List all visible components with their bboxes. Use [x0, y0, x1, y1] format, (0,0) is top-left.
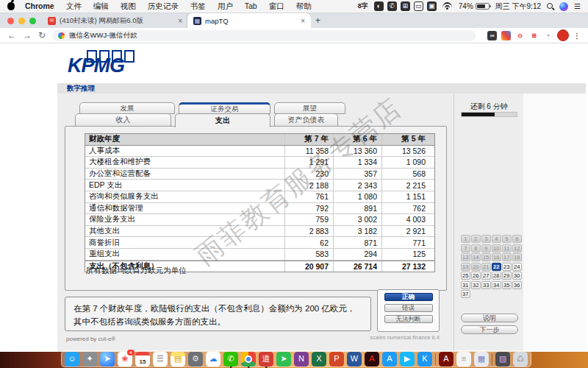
- window-zoom-button[interactable]: [29, 18, 36, 24]
- menu-bar-clock[interactable]: 周三 下午9:12: [495, 1, 541, 12]
- instructions-button[interactable]: 说明: [461, 314, 518, 322]
- battery-indicator[interactable]: 74%: [459, 2, 490, 10]
- sunglasses-extension-icon[interactable]: ∞: [487, 31, 497, 40]
- apple-menu-icon[interactable]: [7, 2, 15, 10]
- reload-button[interactable]: ↻: [38, 31, 46, 40]
- tab-close-icon[interactable]: ×: [301, 17, 305, 25]
- question-number-cell[interactable]: 11: [502, 244, 512, 252]
- launchpad-dock-icon[interactable]: ✦: [82, 352, 97, 367]
- system-preferences-dock-icon[interactable]: ⚙: [188, 352, 203, 367]
- menu-item[interactable]: 帮助: [290, 1, 318, 12]
- photos-extension-icon[interactable]: [501, 31, 511, 40]
- menu-item[interactable]: 视图: [115, 1, 142, 12]
- wechat-dock-icon[interactable]: ✆: [223, 352, 238, 367]
- phone-status-icon[interactable]: ✆: [387, 1, 397, 11]
- trash-dock-icon[interactable]: ♺: [513, 352, 528, 367]
- question-number-cell[interactable]: 22: [492, 263, 501, 271]
- reminders-dock-icon[interactable]: ☰: [153, 352, 168, 367]
- question-number-cell[interactable]: 23: [502, 263, 512, 271]
- sheet-tab[interactable]: 资产负债表: [274, 113, 338, 127]
- question-number-cell[interactable]: 37: [461, 290, 470, 298]
- media-folder-dock-icon[interactable]: ▨: [495, 352, 510, 367]
- question-number-cell[interactable]: 5: [502, 235, 512, 243]
- question-number-cell[interactable]: 8: [471, 244, 481, 252]
- onenote-dock-icon[interactable]: N: [294, 352, 309, 367]
- question-number-cell[interactable]: 17: [502, 253, 512, 261]
- question-number-cell[interactable]: 12: [512, 244, 522, 252]
- calendar-dock-icon[interactable]: 15: [135, 352, 150, 367]
- question-number-cell[interactable]: 21: [481, 263, 491, 271]
- chrome-dock-icon[interactable]: [241, 352, 256, 367]
- question-number-cell[interactable]: 9: [481, 244, 491, 252]
- red-grid-extension-icon[interactable]: ⊞: [529, 31, 539, 40]
- grid-status-icon[interactable]: ⊞: [401, 1, 410, 11]
- menu-item[interactable]: Chrome: [19, 1, 60, 12]
- answer-button[interactable]: 正确: [384, 293, 433, 301]
- address-bar[interactable]: 微信名WWJ-微信付款: [52, 30, 476, 41]
- images-folder-dock-icon[interactable]: ▦: [474, 352, 489, 367]
- question-number-cell[interactable]: 24: [512, 263, 522, 271]
- question-number-cell[interactable]: 33: [481, 281, 491, 289]
- answer-button[interactable]: 无法判断: [384, 315, 433, 323]
- menu-item[interactable]: 文件: [60, 1, 87, 12]
- powerpoint-dock-icon[interactable]: P: [329, 352, 344, 367]
- question-number-cell[interactable]: 14: [471, 253, 481, 261]
- browser-menu-icon[interactable]: ⋮: [573, 32, 581, 40]
- spotlight-search-icon[interactable]: [547, 3, 553, 10]
- wifi-icon[interactable]: [442, 2, 453, 10]
- category-tab[interactable]: 证券交易: [179, 102, 270, 114]
- pdf-document-dock-icon[interactable]: A: [439, 352, 453, 367]
- question-number-cell[interactable]: 28: [492, 272, 501, 280]
- menu-item[interactable]: 书签: [184, 1, 212, 12]
- window-close-button[interactable]: [7, 18, 14, 24]
- text-document-dock-icon[interactable]: ≡: [456, 352, 471, 367]
- question-number-cell[interactable]: 13: [461, 253, 470, 261]
- question-number-cell[interactable]: 10: [492, 244, 501, 252]
- question-number-cell[interactable]: 27: [481, 272, 491, 280]
- question-number-cell[interactable]: 34: [492, 281, 501, 289]
- question-number-cell[interactable]: 3: [481, 235, 491, 243]
- question-number-cell[interactable]: 31: [461, 281, 470, 289]
- app-store-dock-icon[interactable]: A: [382, 352, 397, 367]
- question-number-cell[interactable]: 2: [471, 235, 481, 243]
- facetime-dock-icon[interactable]: ▶: [400, 352, 415, 367]
- question-number-cell[interactable]: 19: [461, 263, 470, 271]
- question-number-cell[interactable]: 30: [512, 272, 522, 280]
- question-number-cell[interactable]: 35: [502, 281, 512, 289]
- gray-circle-extension-icon[interactable]: ◔: [543, 31, 553, 40]
- profile-avatar[interactable]: [557, 29, 569, 41]
- question-number-cell[interactable]: 4: [492, 235, 501, 243]
- question-number-cell[interactable]: 26: [471, 272, 481, 280]
- paper-plane-dock-icon[interactable]: ➤: [276, 352, 291, 367]
- back-button[interactable]: ←: [7, 31, 16, 40]
- menu-item[interactable]: 用户: [212, 1, 239, 12]
- excel-dock-icon[interactable]: X: [312, 352, 326, 367]
- forward-button[interactable]: →: [23, 31, 32, 40]
- sheet-tab[interactable]: 收入: [75, 113, 171, 127]
- menu-item[interactable]: Tab: [239, 1, 263, 12]
- control-center-icon[interactable]: ☰: [574, 2, 581, 10]
- finder-dock-icon[interactable]: ☺: [65, 352, 79, 367]
- sheet-tab[interactable]: 支出: [175, 113, 270, 127]
- question-number-cell[interactable]: 6: [512, 235, 522, 243]
- word-dock-icon[interactable]: W: [347, 352, 362, 367]
- tab-close-icon[interactable]: ×: [178, 17, 182, 25]
- menu-item[interactable]: 历史记录: [142, 1, 184, 12]
- category-tab[interactable]: 展望: [274, 102, 345, 114]
- menu-item[interactable]: 编辑: [87, 1, 115, 12]
- safari-dock-icon[interactable]: ➤: [100, 352, 115, 367]
- siri-icon[interactable]: [559, 2, 568, 11]
- question-number-cell[interactable]: 36: [512, 281, 522, 289]
- question-number-cell[interactable]: 15: [481, 253, 491, 261]
- youdao-dict-dock-icon[interactable]: 道: [259, 352, 273, 367]
- question-number-cell[interactable]: 7: [461, 244, 470, 252]
- cloud-drive-dock-icon[interactable]: ☁: [206, 352, 220, 367]
- question-number-cell[interactable]: 20: [471, 263, 481, 271]
- menu-item[interactable]: 窗口: [263, 1, 290, 12]
- question-number-cell[interactable]: 1: [461, 235, 470, 243]
- input-method-indicator[interactable]: 8字: [358, 1, 368, 11]
- browser-tab-mail[interactable]: ✉ (410封未读) 网易邮箱6.0版 ×: [43, 13, 187, 28]
- sync-status-icon[interactable]: ▣: [427, 1, 437, 11]
- photos-dock-icon[interactable]: ❀ 4: [118, 352, 132, 367]
- browser-tab-maptq-active[interactable]: ▦ mapTQ ×: [187, 13, 311, 28]
